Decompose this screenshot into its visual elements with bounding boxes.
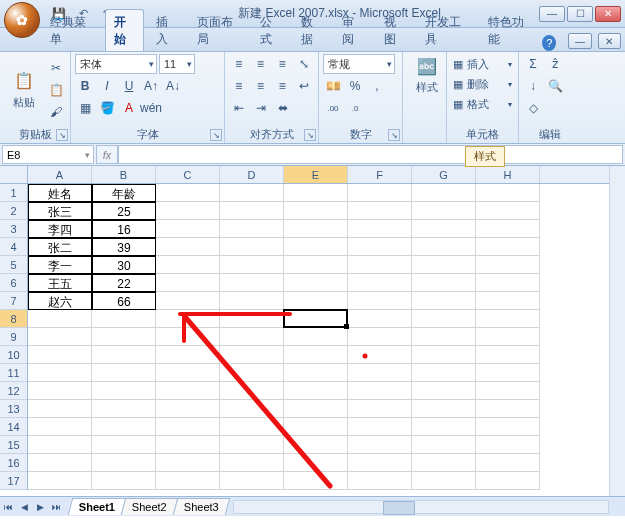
cell-E9[interactable] (284, 328, 348, 346)
cell-B9[interactable] (92, 328, 156, 346)
cell-D9[interactable] (220, 328, 284, 346)
row-header-17[interactable]: 17 (0, 472, 27, 490)
ribbon-tab-开发工具[interactable]: 开发工具 (417, 10, 476, 51)
border-button[interactable]: ▦ (75, 98, 95, 118)
cell-A12[interactable] (28, 382, 92, 400)
cell-A3[interactable]: 李四 (28, 220, 92, 238)
ribbon-tab-插入[interactable]: 插入 (148, 10, 185, 51)
cell-D15[interactable] (220, 436, 284, 454)
decrease-indent-button[interactable]: ⇤ (229, 98, 249, 118)
paste-button[interactable]: 📋 粘贴 (4, 54, 44, 124)
cell-G11[interactable] (412, 364, 476, 382)
percent-button[interactable]: % (345, 76, 365, 96)
cell-H1[interactable] (476, 184, 540, 202)
cell-D5[interactable] (220, 256, 284, 274)
clear-button[interactable]: ◇ (523, 98, 543, 118)
office-button[interactable]: ✿ (4, 2, 40, 38)
number-launcher[interactable]: ↘ (388, 129, 400, 141)
cell-A9[interactable] (28, 328, 92, 346)
cell-G12[interactable] (412, 382, 476, 400)
autosum-button[interactable]: Σ (523, 54, 543, 74)
cell-F13[interactable] (348, 400, 412, 418)
alignment-launcher[interactable]: ↘ (304, 129, 316, 141)
cell-C2[interactable] (156, 202, 220, 220)
cell-G9[interactable] (412, 328, 476, 346)
col-header-D[interactable]: D (220, 166, 284, 183)
sheet-tab-Sheet2[interactable]: Sheet2 (121, 498, 178, 515)
cell-H7[interactable] (476, 292, 540, 310)
cell-D12[interactable] (220, 382, 284, 400)
row-header-12[interactable]: 12 (0, 382, 27, 400)
cell-H3[interactable] (476, 220, 540, 238)
cell-A15[interactable] (28, 436, 92, 454)
cell-F5[interactable] (348, 256, 412, 274)
align-right-button[interactable]: ≡ (273, 76, 293, 96)
cell-B17[interactable] (92, 472, 156, 490)
cell-G1[interactable] (412, 184, 476, 202)
cell-A5[interactable]: 李一 (28, 256, 92, 274)
cell-G3[interactable] (412, 220, 476, 238)
cell-B6[interactable]: 22 (92, 274, 156, 292)
cell-F16[interactable] (348, 454, 412, 472)
cell-A13[interactable] (28, 400, 92, 418)
bold-button[interactable]: B (75, 76, 95, 96)
cell-F7[interactable] (348, 292, 412, 310)
cell-G13[interactable] (412, 400, 476, 418)
cell-A7[interactable]: 赵六 (28, 292, 92, 310)
cell-D6[interactable] (220, 274, 284, 292)
align-center-button[interactable]: ≡ (251, 76, 271, 96)
cell-G4[interactable] (412, 238, 476, 256)
cell-D4[interactable] (220, 238, 284, 256)
col-header-F[interactable]: F (348, 166, 412, 183)
underline-button[interactable]: U (119, 76, 139, 96)
cell-C11[interactable] (156, 364, 220, 382)
cell-B12[interactable] (92, 382, 156, 400)
row-header-11[interactable]: 11 (0, 364, 27, 382)
cell-H8[interactable] (476, 310, 540, 328)
ribbon-tab-视图[interactable]: 视图 (376, 10, 413, 51)
cell-F8[interactable] (348, 310, 412, 328)
cell-C10[interactable] (156, 346, 220, 364)
cell-B16[interactable] (92, 454, 156, 472)
close-button[interactable]: ✕ (595, 6, 621, 22)
cell-C17[interactable] (156, 472, 220, 490)
styles-button[interactable]: 🔤 样式 (407, 54, 447, 95)
cell-E7[interactable] (284, 292, 348, 310)
cell-E8[interactable] (284, 310, 348, 328)
cell-B10[interactable] (92, 346, 156, 364)
cell-C13[interactable] (156, 400, 220, 418)
cell-H2[interactable] (476, 202, 540, 220)
row-header-4[interactable]: 4 (0, 238, 27, 256)
cell-E12[interactable] (284, 382, 348, 400)
cell-A16[interactable] (28, 454, 92, 472)
cell-C1[interactable] (156, 184, 220, 202)
sheet-tab-Sheet3[interactable]: Sheet3 (173, 498, 230, 515)
cell-H17[interactable] (476, 472, 540, 490)
ribbon-tab-经典菜单[interactable]: 经典菜单 (42, 10, 101, 51)
row-header-1[interactable]: 1 (0, 184, 27, 202)
cell-A2[interactable]: 张三 (28, 202, 92, 220)
currency-button[interactable]: 💴 (323, 76, 343, 96)
row-header-10[interactable]: 10 (0, 346, 27, 364)
find-button[interactable]: 🔍 (545, 76, 565, 96)
cell-G14[interactable] (412, 418, 476, 436)
cell-C16[interactable] (156, 454, 220, 472)
cell-G5[interactable] (412, 256, 476, 274)
cell-G17[interactable] (412, 472, 476, 490)
shrink-font-button[interactable]: A↓ (163, 76, 183, 96)
cell-B4[interactable]: 39 (92, 238, 156, 256)
col-header-G[interactable]: G (412, 166, 476, 183)
cell-G10[interactable] (412, 346, 476, 364)
name-box[interactable]: E8 (2, 145, 94, 164)
cell-E15[interactable] (284, 436, 348, 454)
italic-button[interactable]: I (97, 76, 117, 96)
cell-B2[interactable]: 25 (92, 202, 156, 220)
font-launcher[interactable]: ↘ (210, 129, 222, 141)
comma-button[interactable]: , (367, 76, 387, 96)
fx-icon[interactable]: fx (97, 149, 117, 161)
wrap-text-button[interactable]: ↩ (294, 76, 314, 96)
minimize-button[interactable]: — (539, 6, 565, 22)
cell-F12[interactable] (348, 382, 412, 400)
merge-button[interactable]: ⬌ (273, 98, 293, 118)
tab-nav-prev[interactable]: ◀ (16, 499, 32, 515)
